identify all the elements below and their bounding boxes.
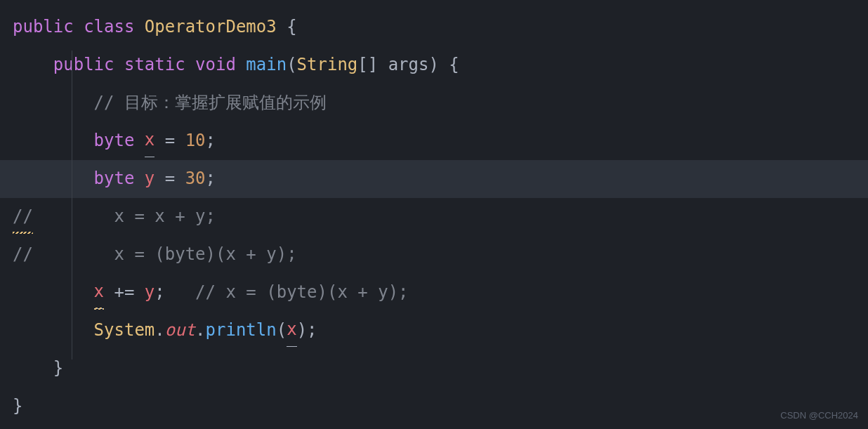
semicolon: ; xyxy=(206,126,216,156)
variable-y: y xyxy=(145,164,154,194)
paren: ( xyxy=(287,50,296,80)
number-literal: 10 xyxy=(185,126,206,156)
semicolon: ; xyxy=(206,164,216,194)
indent xyxy=(13,50,53,80)
comment-spacing xyxy=(33,239,114,270)
semicolon: ; xyxy=(307,315,317,345)
code-line[interactable]: // 目标：掌握扩展赋值的示例 xyxy=(0,84,868,122)
keyword-public: public xyxy=(13,12,74,42)
indent xyxy=(13,353,53,383)
code-line[interactable]: public class OperatorDemo3 { xyxy=(0,8,868,46)
keyword-public: public xyxy=(53,50,114,80)
code-line[interactable]: System.out.println(x); xyxy=(0,312,868,350)
keyword-static: static xyxy=(124,50,185,80)
paren: ( xyxy=(277,315,287,345)
comment: // 目标：掌握扩展赋值的示例 xyxy=(94,88,327,118)
watermark: CSDN @CCH2024 xyxy=(780,407,858,423)
class-system: System xyxy=(94,315,155,345)
variable-x: x xyxy=(94,277,104,308)
code-line[interactable]: // x = (byte)(x + y); xyxy=(0,236,868,274)
indent xyxy=(13,126,94,156)
variable-y: y xyxy=(145,277,154,308)
variable-x: x xyxy=(145,125,154,157)
commented-code: x = x + y; xyxy=(114,202,216,232)
method-name: main xyxy=(246,50,287,80)
variable-x: x xyxy=(287,315,296,346)
semicolon: ; xyxy=(154,277,164,308)
brace: } xyxy=(13,391,22,421)
param-type: String xyxy=(297,50,358,80)
class-name: OperatorDemo3 xyxy=(145,12,277,42)
number-literal: 30 xyxy=(185,164,206,194)
dot: . xyxy=(195,315,205,345)
code-line[interactable]: byte x = 10; xyxy=(0,122,868,160)
indent xyxy=(13,88,94,118)
commented-code: x = (byte)(x + y); xyxy=(114,239,297,270)
brace: } xyxy=(53,353,63,383)
assign-op: = xyxy=(154,164,185,194)
keyword-byte: byte xyxy=(94,126,135,156)
indent-guide xyxy=(72,51,72,359)
assign-op: = xyxy=(154,126,185,156)
brackets: [] xyxy=(357,50,378,80)
param-name: args xyxy=(388,50,429,80)
dot: . xyxy=(154,315,164,345)
code-line-highlighted[interactable]: byte y = 30; xyxy=(0,160,868,198)
comment-slashes: // xyxy=(13,239,33,270)
paren: ) xyxy=(428,50,438,80)
comment-spacing xyxy=(33,202,114,232)
compound-assign-op: += xyxy=(104,277,145,308)
code-line[interactable]: // x = x + y; xyxy=(0,198,868,236)
keyword-class: class xyxy=(84,12,134,42)
field-out: out xyxy=(165,315,195,345)
code-line[interactable]: x += y; // x = (byte)(x + y); xyxy=(0,274,868,312)
method-println: println xyxy=(206,315,277,345)
indent xyxy=(13,164,94,194)
keyword-void: void xyxy=(195,50,236,80)
indent xyxy=(13,315,94,345)
brace: { xyxy=(439,50,459,80)
code-line[interactable]: public static void main(String[] args) { xyxy=(0,46,868,84)
code-line[interactable]: } xyxy=(0,388,868,425)
keyword-byte: byte xyxy=(94,164,135,194)
indent xyxy=(13,277,94,308)
comment: // x = (byte)(x + y); xyxy=(195,277,408,308)
comment-slashes: // xyxy=(13,202,33,232)
code-line[interactable]: } xyxy=(0,350,868,388)
paren: ) xyxy=(297,315,307,345)
code-editor[interactable]: public class OperatorDemo3 { public stat… xyxy=(0,8,868,425)
brace: { xyxy=(277,12,297,42)
